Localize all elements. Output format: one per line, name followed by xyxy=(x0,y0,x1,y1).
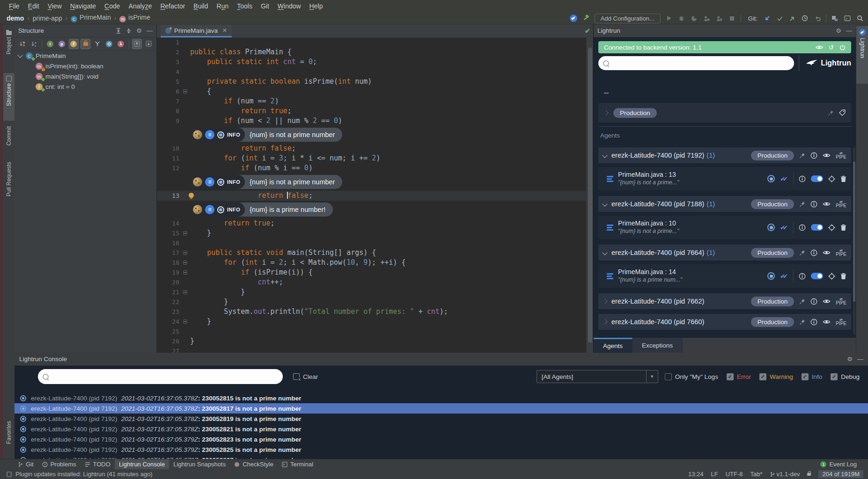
status-indent[interactable]: Tab* xyxy=(750,471,763,478)
info-icon[interactable] xyxy=(799,273,806,280)
code-line-1[interactable]: 1 xyxy=(157,37,586,47)
agent-row[interactable]: erezk-Latitude-7400 (pid 7660) Productio… xyxy=(598,314,851,330)
fold-marker-icon[interactable] xyxy=(183,270,187,275)
tool-window-git[interactable]: Git xyxy=(14,459,38,470)
info-icon[interactable] xyxy=(810,319,817,326)
show-inherited-icon[interactable]: I xyxy=(45,39,55,49)
tool-window-checkstyle[interactable]: CheckStyle xyxy=(230,459,278,470)
agent-row[interactable]: erezk-Latitude-7400 (pid 7188) (1) Produ… xyxy=(598,196,851,212)
status-encoding[interactable]: UTF-8 xyxy=(726,471,743,478)
show-non-public-icon[interactable] xyxy=(81,39,90,49)
code-line-24[interactable]: 24 } xyxy=(157,317,586,327)
stop-icon[interactable] xyxy=(728,14,736,22)
code-line-12[interactable]: 12 if (num % i == 0) xyxy=(157,163,586,173)
push-icon[interactable] xyxy=(788,14,796,22)
menu-code[interactable]: Code xyxy=(100,2,124,10)
agent-search-box[interactable] xyxy=(598,56,794,70)
tool-window-todo[interactable]: TODO xyxy=(81,459,115,470)
checkbox[interactable]: ✓ xyxy=(727,373,734,380)
eye-icon[interactable] xyxy=(816,44,823,50)
info-icon[interactable] xyxy=(799,224,806,231)
code-line-13[interactable]: 13 return false; xyxy=(157,191,586,201)
filter-info[interactable]: ✓ Info xyxy=(802,373,823,380)
code-line-18[interactable]: 18 for (int i = 2; i < Math.pow(10, 9); … xyxy=(157,258,586,268)
fold-marker-icon[interactable] xyxy=(183,231,187,235)
autoscroll-to-source-icon[interactable] xyxy=(132,39,142,49)
code-line-17[interactable]: 17 public static void main(String[] args… xyxy=(157,248,586,258)
tag-row-production[interactable]: Production xyxy=(598,103,851,123)
filter-debug[interactable]: ✓ Debug xyxy=(831,373,860,380)
code-line-11[interactable]: 11 for (int i = 3; i * i <= num; i += 2) xyxy=(157,153,586,163)
checkbox[interactable]: ✓ xyxy=(831,373,838,380)
tab-agents[interactable]: Agents xyxy=(594,338,633,353)
production-tag[interactable]: Production xyxy=(613,108,657,118)
chevron-down-icon[interactable] xyxy=(602,152,607,158)
debug-icon[interactable] xyxy=(677,14,686,22)
breadcrumb-PrimeMain[interactable]: CPrimeMain xyxy=(71,14,111,22)
info-icon[interactable] xyxy=(810,152,817,159)
show-anonymous-icon[interactable]: O xyxy=(104,39,114,49)
filter-error[interactable]: ✓ Error xyxy=(727,373,751,380)
code-line-20[interactable]: 20 cnt++; xyxy=(157,277,586,287)
console-log-row[interactable]: erezk-Latitude-7400 (pid 7192) 2021-03-0… xyxy=(15,403,868,414)
eye-icon[interactable] xyxy=(823,250,831,255)
menu-file[interactable]: File xyxy=(5,2,24,10)
checkbox[interactable]: ✓ xyxy=(759,373,766,380)
delete-icon[interactable] xyxy=(840,224,846,231)
close-icon[interactable]: ✕ xyxy=(222,27,227,34)
tool-strip-lightrun[interactable]: Lightrun xyxy=(856,26,868,84)
show-lambdas-icon[interactable]: λ xyxy=(116,39,126,49)
log-menu-icon[interactable]: ≡ xyxy=(205,177,214,187)
console-log-row[interactable]: erezk-Latitude-7400 (pid 7192) 2021-03-0… xyxy=(15,393,868,403)
structure-node-cntint[interactable]: fcnt: int = 0 xyxy=(15,81,156,92)
breadcrumb-demo[interactable]: demo xyxy=(7,15,24,22)
log-menu-icon[interactable]: ≡ xyxy=(205,205,214,214)
fold-marker-icon[interactable] xyxy=(183,261,187,265)
pin-icon[interactable] xyxy=(799,201,805,207)
lock-icon[interactable] xyxy=(807,473,811,476)
tool-window-problems[interactable]: Problems xyxy=(38,459,81,470)
inspections-ok-icon[interactable]: ✔ xyxy=(585,27,590,35)
menu-help[interactable]: Help xyxy=(305,2,327,10)
filter-warning[interactable]: ✓ Warning xyxy=(759,373,793,380)
show-fields-icon[interactable]: f xyxy=(69,39,79,49)
pin-icon[interactable] xyxy=(799,319,805,325)
code-line-4[interactable]: 4 xyxy=(157,67,586,77)
console-search-input[interactable] xyxy=(51,373,278,381)
enabled-toggle[interactable] xyxy=(811,273,823,279)
status-message[interactable]: Plugin updates installed: Lightrun (41 m… xyxy=(15,471,153,478)
agents-filter-select[interactable]: [All Agents] ▼ xyxy=(537,370,658,383)
chevron-down-icon[interactable] xyxy=(602,250,607,255)
code-line-5[interactable]: 5 private static boolean isPrime(int num… xyxy=(157,77,586,87)
gear-icon[interactable]: ⚙ xyxy=(836,27,841,34)
code-line-6[interactable]: 6 { xyxy=(157,87,586,96)
chevron-right-icon[interactable] xyxy=(603,110,608,115)
log-action-row[interactable]: PrimeMain.java : 13 "{num} is not a prim… xyxy=(598,167,851,190)
clear-button[interactable]: Clear xyxy=(293,373,318,380)
tool-strip-pull-requests[interactable]: Pull Requests xyxy=(3,159,15,210)
inline-log-annotation[interactable]: ≡ INFO {num} is not a prime number xyxy=(157,173,586,191)
code-line-2[interactable]: 2 public class PrimeMain { xyxy=(157,47,586,57)
delete-icon[interactable] xyxy=(840,175,846,182)
eye-icon[interactable] xyxy=(823,319,831,325)
expand-all-icon[interactable] xyxy=(116,28,121,34)
enabled-toggle[interactable] xyxy=(811,175,823,182)
target-icon[interactable] xyxy=(828,273,835,280)
breadcrumb-isPrime[interactable]: misPrime xyxy=(119,14,150,22)
code-line-8[interactable]: 8 return true; xyxy=(157,106,586,116)
breakpoint-icon[interactable] xyxy=(767,272,775,280)
fold-marker-icon[interactable] xyxy=(183,319,187,324)
code-line-23[interactable]: 23 System.out.println("Total number of p… xyxy=(157,307,586,317)
menu-tools[interactable]: Tools xyxy=(233,2,257,10)
tool-strip-commit[interactable]: Commit xyxy=(3,123,15,156)
menu-analyze[interactable]: Analyze xyxy=(125,2,156,10)
code-line-7[interactable]: 7 if (num == 2) xyxy=(157,96,586,106)
enabled-toggle[interactable] xyxy=(811,224,823,231)
agents-scrollbar[interactable] xyxy=(853,147,855,334)
show-properties-icon[interactable]: p xyxy=(57,39,66,49)
event-log-button[interactable]: 1 Event Log xyxy=(820,461,857,468)
filter-only--my--logs[interactable]: Only "My" Logs xyxy=(665,373,718,380)
search-everywhere-icon[interactable] xyxy=(856,14,864,22)
agent-row[interactable]: erezk-Latitude-7400 (pid 7664) (1) Produ… xyxy=(598,245,851,261)
log-menu-icon[interactable]: ≡ xyxy=(205,130,214,139)
